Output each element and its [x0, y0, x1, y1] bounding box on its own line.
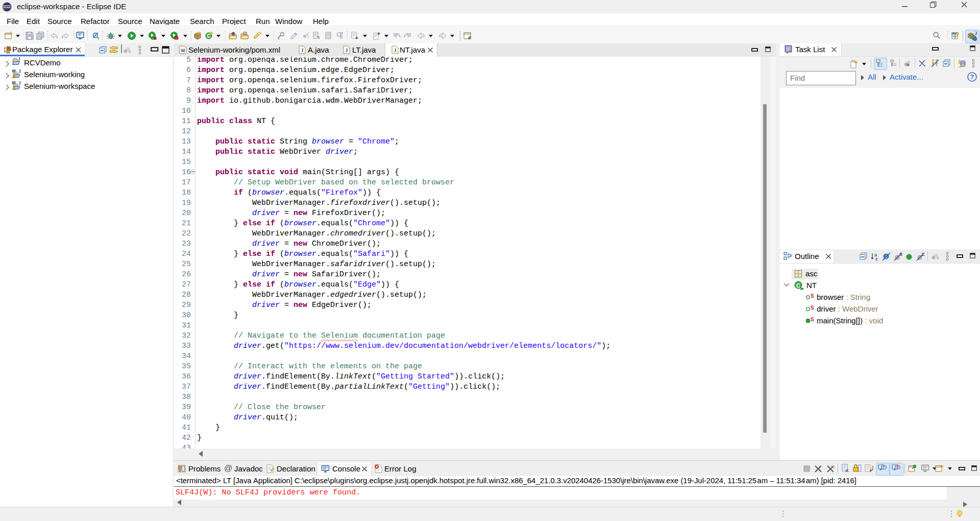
svg-text:J: J — [394, 48, 397, 53]
svg-text:J: J — [974, 31, 977, 36]
svg-text:M: M — [181, 48, 185, 53]
svg-text:C: C — [207, 33, 210, 39]
svg-text:J: J — [18, 81, 21, 86]
svg-text:z: z — [875, 256, 878, 261]
svg-text:S: S — [811, 317, 814, 322]
svg-text:M: M — [12, 69, 16, 74]
svg-text:S: S — [811, 305, 814, 311]
svg-text:M: M — [12, 81, 16, 85]
svg-text:S: S — [811, 294, 814, 299]
svg-text:J: J — [346, 48, 348, 53]
svg-text:J: J — [18, 57, 20, 62]
svg-text:?: ? — [970, 74, 974, 81]
svg-text:C: C — [796, 282, 800, 289]
svg-text:J: J — [18, 69, 21, 74]
svg-text:J: J — [301, 48, 304, 53]
